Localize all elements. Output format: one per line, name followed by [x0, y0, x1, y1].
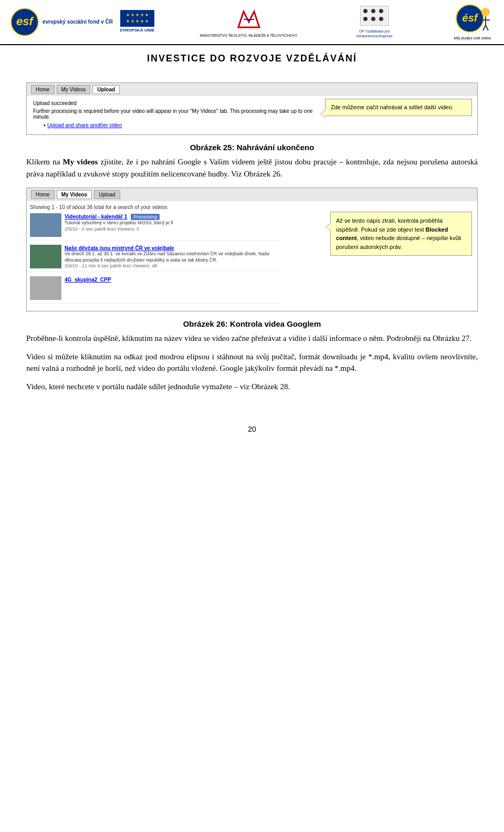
ss2-home-btn[interactable]: Home — [31, 190, 55, 199]
video-desc-1: Tutoriál vytvořený v rámci projektu MOSS… — [65, 220, 281, 226]
video-thumb-3 — [30, 276, 61, 300]
para3: Video si můžete kliknutím na odkaz pod m… — [26, 351, 478, 375]
svg-point-13 — [371, 17, 375, 21]
svg-point-9 — [363, 9, 368, 13]
svg-rect-8 — [360, 6, 389, 26]
page-number: 20 — [0, 425, 504, 433]
svg-text:EVROPSKÁ UNIE: EVROPSKÁ UNIE — [120, 28, 154, 32]
video-title-1[interactable]: Videotutoriál - kalendář 1 Processing — [65, 213, 281, 220]
ss2-callout: Až se tento nápis ztratí, kontrola probě… — [330, 212, 472, 256]
video-desc-2: Ve dnech 28.1. až 30.1. se konalo ve Žďá… — [65, 251, 281, 263]
svg-point-11 — [379, 9, 383, 13]
video-title-row-2: Naše děvčata jsou mistryně ČR ve volejba… — [65, 245, 281, 251]
main-content: Home My Videos Upload Upload succeeded F… — [0, 69, 504, 414]
para4: Video, které nechcete v portálu nadále s… — [26, 381, 478, 393]
para1: Klikem na My videos zjistíte, že i po na… — [26, 156, 478, 180]
processing-badge-1: Processing — [131, 214, 160, 220]
video-item-2: Naše děvčata jsou mistryně ČR ve volejba… — [30, 245, 281, 272]
esf-right-logo-block: ésf Můj studijní svět online — [452, 4, 494, 40]
op-text: OP Vzdělávání pro konkurenceschopnost — [343, 29, 406, 38]
blocked-content-bold: Blocked content — [336, 226, 448, 242]
svg-point-14 — [379, 17, 383, 21]
ss1-upload-btn[interactable]: Upload — [92, 85, 120, 94]
op-icon — [360, 6, 389, 26]
svg-line-21 — [486, 25, 488, 30]
ss1-home-btn[interactable]: Home — [31, 85, 55, 94]
svg-text:esf: esf — [16, 15, 34, 28]
video-title-row-3: 4G_skupina2_CPP — [65, 276, 281, 283]
screenshot1-box: Home My Videos Upload Upload succeeded F… — [26, 82, 478, 135]
video-thumb-1 — [30, 213, 61, 237]
screenshot2-box: Home My Videos Upload Showing 1 - 10 of … — [26, 188, 478, 311]
caption2: Obrázek 26: Kontrola videa Googlem — [26, 319, 478, 328]
video-meta-1: 2/5/10 - 0 sec patrik koci Viewers: 0 — [65, 226, 281, 232]
ss1-link-container: • Upload and share another video — [33, 122, 320, 128]
ss1-nav-bar: Home My Videos Upload — [27, 83, 477, 96]
esf-subtitle1: evropský sociální fond v ČR — [43, 18, 113, 26]
ss1-callout: Zde můžeme začít nahrávat a sdílet další… — [325, 99, 472, 116]
ss1-my-videos-btn[interactable]: My Videos — [57, 85, 91, 94]
ss2-callout-text: Až se tento nápis ztratí, kontrola probě… — [336, 217, 461, 250]
ss1-info-text: Further processing is required before yo… — [33, 108, 320, 120]
eu-flag-icon: ★ ★ ★ ★ ★ ★ ★ ★ ★ ★ EVROPSKÁ UNIE — [120, 10, 154, 32]
video-info-1: Videotutoriál - kalendář 1 Processing Tu… — [65, 213, 281, 237]
ss2-header-text: Showing 1 - 10 of about 36 total for a s… — [30, 204, 281, 210]
msmt-icon — [236, 6, 262, 30]
video-title-text-3[interactable]: 4G_skupina2_CPP — [65, 277, 111, 283]
page-title: INVESTICE DO ROZVOJE VZDĚLÁVÁNÍ — [0, 45, 504, 69]
eu-flag-block: ★ ★ ★ ★ ★ ★ ★ ★ ★ ★ EVROPSKÁ UNIE — [120, 10, 154, 34]
esf-left-icon: esf — [10, 8, 39, 37]
video-item-3: 4G_skupina2_CPP — [30, 276, 281, 304]
caption1: Obrázek 25: Nahrávání ukončeno — [26, 143, 478, 152]
esf-left-logo-block: esf evropský sociální fond v ČR ★ ★ ★ ★ … — [10, 8, 154, 37]
video-info-3: 4G_skupina2_CPP — [65, 276, 281, 300]
svg-line-20 — [483, 25, 486, 30]
ss2-my-videos-btn[interactable]: My Videos — [57, 190, 92, 199]
svg-text:ésf: ésf — [463, 12, 479, 24]
ss1-upload-link[interactable]: Upload and share another video — [47, 122, 122, 128]
ss2-list: Showing 1 - 10 of about 36 total for a s… — [27, 201, 284, 311]
msmt-text: MINISTERSTVO ŠKOLSTVÍ, MLÁDEŽE A TĚLOVÝC… — [200, 33, 298, 38]
svg-text:★ ★ ★ ★ ★: ★ ★ ★ ★ ★ — [125, 13, 148, 17]
esf-right-icon: ésf — [452, 4, 494, 33]
esf-left-text: evropský sociální fond v ČR — [43, 18, 113, 26]
svg-point-10 — [371, 9, 375, 13]
msmt-logo-block: MINISTERSTVO ŠKOLSTVÍ, MLÁDEŽE A TĚLOVÝC… — [200, 6, 298, 38]
ss2-nav-bar: Home My Videos Upload — [27, 188, 477, 201]
svg-point-17 — [481, 8, 490, 16]
esf-right-text: Můj studijní svět online — [454, 36, 491, 40]
video-meta-2: 2/4/10 - 11 min 6 sec patrik koci Viewer… — [65, 263, 281, 268]
video-title-text-2[interactable]: Naše děvčata jsou mistryně ČR ve volejba… — [65, 245, 174, 251]
ss2-inner: Showing 1 - 10 of about 36 total for a s… — [27, 201, 477, 311]
para1-bold1: My videos — [63, 158, 98, 166]
ss2-upload-btn[interactable]: Upload — [94, 190, 120, 199]
svg-text:★ ★ ★ ★ ★: ★ ★ ★ ★ ★ — [125, 19, 148, 24]
op-logo-block: OP Vzdělávání pro konkurenceschopnost — [343, 6, 406, 38]
para2: Proběhne-li kontrola úspěšně, kliknutím … — [26, 332, 478, 345]
video-info-2: Naše děvčata jsou mistryně ČR ve volejba… — [65, 245, 281, 268]
logos-row: esf evropský sociální fond v ČR ★ ★ ★ ★ … — [0, 0, 504, 45]
video-item-1: Videotutoriál - kalendář 1 Processing Tu… — [30, 213, 281, 241]
video-title-text-1[interactable]: Videotutoriál - kalendář 1 — [65, 214, 127, 220]
svg-point-12 — [363, 17, 368, 21]
video-thumb-2 — [30, 245, 61, 268]
ss1-success-text: Upload succeeded — [33, 100, 320, 106]
